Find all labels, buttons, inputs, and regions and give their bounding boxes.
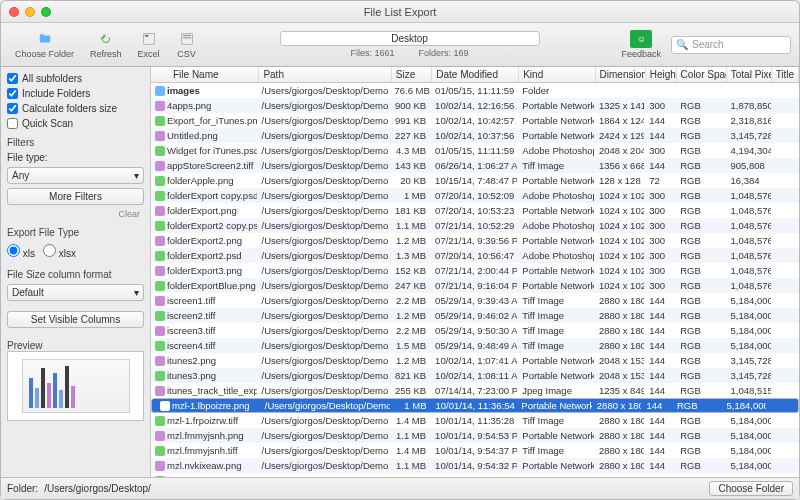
cell-name: folderApple.png: [151, 175, 258, 186]
table-row[interactable]: mzl-1.lbpoizre.png/Users/giorgos/Desktop…: [151, 398, 799, 413]
table-row[interactable]: folderApple.png/Users/giorgos/Desktop/De…: [151, 173, 799, 188]
cell-name: Untitled.png: [151, 130, 258, 141]
choose-folder-footer-button[interactable]: Choose Folder: [709, 481, 793, 496]
cell-size: 247 KB: [390, 280, 431, 291]
cell-size: 1.2 MB: [390, 355, 431, 366]
cell-path: /Users/giorgos/Desktop/DemoFolder/i...: [258, 190, 391, 201]
clear-filters-button[interactable]: Clear: [7, 209, 144, 219]
cell-dim: 1024 x 1024: [595, 220, 645, 231]
table-body[interactable]: images/Users/giorgos/Desktop/DemoFolder/…: [151, 83, 799, 477]
cell-cs: RGB: [673, 400, 723, 411]
include-folders-checkbox[interactable]: Include Folders: [7, 88, 144, 99]
table-row[interactable]: folderExport2 copy.psd/Users/giorgos/Des…: [151, 218, 799, 233]
cell-height: 144: [642, 400, 673, 411]
cell-height: 144: [645, 340, 676, 351]
table-row[interactable]: Export_for_iTunes.png/Users/giorgos/Desk…: [151, 113, 799, 128]
cell-height: 300: [645, 205, 676, 216]
file-type-select[interactable]: Any ▾: [7, 167, 144, 184]
cell-height: 300: [645, 265, 676, 276]
refresh-button[interactable]: Refresh: [84, 28, 128, 61]
table-row[interactable]: itunes2.png/Users/giorgos/Desktop/DemoFo…: [151, 353, 799, 368]
table-row[interactable]: appStoreScreen2.tiff/Users/giorgos/Deskt…: [151, 158, 799, 173]
cell-size: 143 KB: [390, 160, 431, 171]
cell-kind: Portable Network G...: [518, 115, 595, 126]
column-header-date[interactable]: Date Modified: [432, 67, 519, 82]
column-header-kind[interactable]: Kind: [519, 67, 595, 82]
column-header-px[interactable]: Total Pixels: [727, 67, 772, 82]
cell-height: 144: [645, 160, 676, 171]
table-row[interactable]: 4apps.png/Users/giorgos/Desktop/DemoFold…: [151, 98, 799, 113]
column-header-dim[interactable]: Dimensions: [596, 67, 646, 82]
table-row[interactable]: folderExport3.png/Users/giorgos/Desktop/…: [151, 263, 799, 278]
file-type-label: File type:: [7, 152, 144, 163]
cell-kind: Jpeg Image: [518, 385, 595, 396]
cell-cs: RGB: [676, 175, 726, 186]
cell-dim: 2880 x 1800: [593, 400, 643, 411]
table-row[interactable]: mzl.nvkixeaw.png/Users/giorgos/Desktop/D…: [151, 458, 799, 473]
cell-kind: Portable Network G...: [518, 130, 595, 141]
cell-height: 144: [645, 325, 676, 336]
table-row[interactable]: mzl.fmmyjsnh.png/Users/giorgos/Desktop/D…: [151, 428, 799, 443]
xlsx-radio[interactable]: xlsx: [43, 244, 76, 259]
table-row[interactable]: itunes3.png/Users/giorgos/Desktop/DemoFo…: [151, 368, 799, 383]
cell-cs: RGB: [676, 235, 726, 246]
location-box[interactable]: Desktop: [280, 31, 540, 46]
column-header-cs[interactable]: Color Space: [677, 67, 727, 82]
table-row[interactable]: iscreen4.tiff/Users/giorgos/Desktop/Demo…: [151, 338, 799, 353]
cell-px: 1,048,576: [727, 205, 772, 216]
column-header-name[interactable]: File Name: [151, 67, 259, 82]
cell-dim: 2880 x 1800: [595, 415, 645, 426]
file-icon: [155, 341, 165, 351]
column-header-path[interactable]: Path: [259, 67, 391, 82]
table-row[interactable]: folderExport2.psd/Users/giorgos/Desktop/…: [151, 248, 799, 263]
table-row[interactable]: Untitled.png/Users/giorgos/Desktop/DemoF…: [151, 128, 799, 143]
xls-radio[interactable]: xls: [7, 244, 35, 259]
cell-height: 72: [645, 175, 676, 186]
table-row[interactable]: itunes_track_title_export.jpg/Users/gior…: [151, 383, 799, 398]
table-row[interactable]: folderExport copy.psd/Users/giorgos/Desk…: [151, 188, 799, 203]
file-icon: [155, 446, 165, 456]
cell-date: 05/29/14, 9:50:30 AM: [431, 325, 518, 336]
cell-path: /Users/giorgos/Desktop/DemoFolder/i...: [258, 100, 391, 111]
calculate-size-checkbox[interactable]: Calculate folders size: [7, 103, 144, 114]
cell-cs: RGB: [676, 130, 726, 141]
table-row[interactable]: Widget for iTunes.psd/Users/giorgos/Desk…: [151, 143, 799, 158]
cell-date: 07/21/14, 10:52:29 PM: [431, 220, 518, 231]
cell-path: /Users/giorgos/Desktop/DemoFolder/i...: [258, 130, 391, 141]
column-header-title[interactable]: Title: [772, 67, 799, 82]
cell-px: 5,184,000: [727, 430, 772, 441]
table-row[interactable]: iscreen1.tiff/Users/giorgos/Desktop/Demo…: [151, 293, 799, 308]
cell-name: itunes2.png: [151, 355, 258, 366]
set-columns-button[interactable]: Set Visible Columns: [7, 311, 144, 328]
table-row[interactable]: folderExport.png/Users/giorgos/Desktop/D…: [151, 203, 799, 218]
table-row[interactable]: folderExportBlue.png/Users/giorgos/Deskt…: [151, 278, 799, 293]
table-row[interactable]: mzl-1.frpoizrw.tiff/Users/giorgos/Deskto…: [151, 413, 799, 428]
cell-dim: 2424 x 1298: [595, 130, 645, 141]
more-filters-button[interactable]: More Filters: [7, 188, 144, 205]
choose-folder-button[interactable]: Choose Folder: [9, 28, 80, 61]
table-row[interactable]: iscreen2.tiff/Users/giorgos/Desktop/Demo…: [151, 308, 799, 323]
cell-path: /Users/giorgos/Desktop/DemoFolder/i...: [258, 430, 391, 441]
table-row[interactable]: folderExport2.png/Users/giorgos/Desktop/…: [151, 233, 799, 248]
cell-height: 300: [645, 280, 676, 291]
size-column-select[interactable]: Default ▾: [7, 284, 144, 301]
feedback-button[interactable]: ☺ Feedback: [615, 28, 667, 61]
filters-label: Filters: [7, 137, 144, 148]
excel-button[interactable]: Excel: [132, 28, 166, 61]
table-row[interactable]: iscreen3.tiff/Users/giorgos/Desktop/Demo…: [151, 323, 799, 338]
cell-path: /Users/giorgos/Desktop/DemoFolder/i...: [258, 370, 391, 381]
quick-scan-checkbox[interactable]: Quick Scan: [7, 118, 144, 129]
table-row[interactable]: mzl.fmmyjsnh.tiff/Users/giorgos/Desktop/…: [151, 443, 799, 458]
cell-px: 5,184,000: [727, 445, 772, 456]
table-row[interactable]: images/Users/giorgos/Desktop/DemoFolder/…: [151, 83, 799, 98]
column-header-height[interactable]: Height: [646, 67, 677, 82]
cell-size: 152 KB: [390, 265, 431, 276]
column-header-size[interactable]: Size: [392, 67, 433, 82]
all-subfolders-checkbox[interactable]: All subfolders: [7, 73, 144, 84]
file-icon: [155, 161, 165, 171]
cell-size: 227 KB: [390, 130, 431, 141]
cell-date: 10/02/14, 12:16:56 AM: [431, 100, 518, 111]
cell-px: 1,048,576: [727, 235, 772, 246]
search-input[interactable]: 🔍 Search: [671, 36, 791, 54]
csv-button[interactable]: CSV: [170, 28, 204, 61]
